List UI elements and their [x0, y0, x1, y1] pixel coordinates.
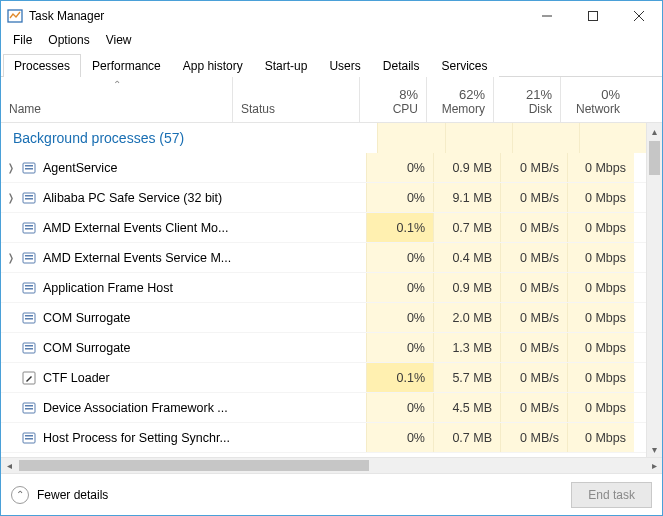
expand-icon[interactable]: ❯	[4, 162, 18, 173]
network-cell: 0 Mbps	[567, 333, 634, 362]
scroll-up-icon[interactable]: ▴	[647, 123, 662, 139]
service-icon	[21, 340, 37, 356]
footer: ⌃ Fewer details End task	[1, 473, 662, 515]
tab-services[interactable]: Services	[430, 54, 498, 77]
horizontal-scrollbar[interactable]: ◂ ▸	[1, 457, 662, 473]
network-cell: 0 Mbps	[567, 243, 634, 272]
column-name[interactable]: ⌃ Name	[1, 77, 233, 122]
scroll-left-icon[interactable]: ◂	[1, 458, 17, 473]
process-name: COM Surrogate	[43, 311, 239, 325]
table-row[interactable]: Device Association Framework ...0%4.5 MB…	[1, 393, 646, 423]
svg-rect-10	[25, 198, 33, 200]
minimize-button[interactable]	[524, 1, 570, 31]
network-cell: 0 Mbps	[567, 153, 634, 182]
tab-startup[interactable]: Start-up	[254, 54, 319, 77]
tab-processes[interactable]: Processes	[3, 54, 81, 77]
tab-app-history[interactable]: App history	[172, 54, 254, 77]
svg-rect-9	[25, 195, 33, 197]
sort-indicator-icon: ⌃	[113, 79, 121, 90]
service-icon	[21, 160, 37, 176]
svg-rect-24	[25, 345, 33, 347]
svg-rect-29	[25, 408, 33, 410]
svg-rect-12	[25, 225, 33, 227]
titlebar[interactable]: Task Manager	[1, 1, 662, 31]
process-name: AMD External Events Service M...	[43, 251, 239, 265]
expand-icon[interactable]: ❯	[4, 252, 18, 263]
scroll-down-icon[interactable]: ▾	[647, 441, 662, 457]
process-name: Application Frame Host	[43, 281, 239, 295]
column-network[interactable]: 0% Network	[561, 77, 628, 122]
column-header-row: ⌃ Name Status 8% CPU 62% Memory 21% Disk…	[1, 77, 662, 123]
table-row[interactable]: Host Process for Setting Synchr...0%0.7 …	[1, 423, 646, 453]
table-row[interactable]: ❯AgentService0%0.9 MB0 MB/s0 Mbps	[1, 153, 646, 183]
process-panel: ⌃ Name Status 8% CPU 62% Memory 21% Disk…	[1, 77, 662, 473]
process-name: Device Association Framework ...	[43, 401, 239, 415]
svg-rect-19	[25, 288, 33, 290]
tab-performance[interactable]: Performance	[81, 54, 172, 77]
process-name: Host Process for Setting Synchr...	[43, 431, 239, 445]
memory-cell: 0.7 MB	[433, 423, 500, 452]
table-row[interactable]: CTF Loader0.1%5.7 MB0 MB/s0 Mbps	[1, 363, 646, 393]
column-network-label: Network	[576, 102, 620, 116]
cpu-cell: 0%	[366, 273, 433, 302]
end-task-button[interactable]: End task	[571, 482, 652, 508]
group-background-processes[interactable]: Background processes (57)	[1, 123, 646, 153]
vertical-scrollbar[interactable]: ▴ ▾	[646, 123, 662, 457]
table-row[interactable]: AMD External Events Client Mo...0.1%0.7 …	[1, 213, 646, 243]
svg-rect-21	[25, 315, 33, 317]
menu-view[interactable]: View	[98, 31, 140, 49]
table-row[interactable]: ❯Alibaba PC Safe Service (32 bit)0%9.1 M…	[1, 183, 646, 213]
fewer-details-button[interactable]: ⌃ Fewer details	[11, 486, 108, 504]
table-row[interactable]: COM Surrogate0%2.0 MB0 MB/s0 Mbps	[1, 303, 646, 333]
tab-details[interactable]: Details	[372, 54, 431, 77]
maximize-button[interactable]	[570, 1, 616, 31]
cpu-cell: 0%	[366, 243, 433, 272]
scroll-right-icon[interactable]: ▸	[646, 458, 662, 473]
column-memory[interactable]: 62% Memory	[427, 77, 494, 122]
cpu-cell: 0%	[366, 153, 433, 182]
expand-icon[interactable]: ❯	[4, 192, 18, 203]
disk-cell: 0 MB/s	[500, 423, 567, 452]
process-list[interactable]: Background processes (57) ❯AgentService0…	[1, 123, 646, 457]
close-button[interactable]	[616, 1, 662, 31]
disk-cell: 0 MB/s	[500, 153, 567, 182]
svg-rect-7	[25, 168, 33, 170]
menu-options[interactable]: Options	[40, 31, 97, 49]
pen-icon	[21, 370, 37, 386]
service-icon	[21, 280, 37, 296]
cpu-cell: 0%	[366, 183, 433, 212]
column-disk[interactable]: 21% Disk	[494, 77, 561, 122]
table-row[interactable]: ❯AMD External Events Service M...0%0.4 M…	[1, 243, 646, 273]
network-cell: 0 Mbps	[567, 363, 634, 392]
tab-users[interactable]: Users	[318, 54, 371, 77]
network-usage-total: 0%	[601, 87, 620, 102]
table-row[interactable]: COM Surrogate0%1.3 MB0 MB/s0 Mbps	[1, 333, 646, 363]
network-cell: 0 Mbps	[567, 393, 634, 422]
disk-cell: 0 MB/s	[500, 273, 567, 302]
column-status-label: Status	[241, 102, 351, 116]
memory-cell: 1.3 MB	[433, 333, 500, 362]
svg-rect-32	[25, 438, 33, 440]
svg-rect-13	[25, 228, 33, 230]
svg-rect-15	[25, 255, 33, 257]
memory-cell: 0.9 MB	[433, 273, 500, 302]
disk-usage-total: 21%	[526, 87, 552, 102]
table-row[interactable]: Application Frame Host0%0.9 MB0 MB/s0 Mb…	[1, 273, 646, 303]
task-manager-icon	[7, 8, 23, 24]
network-cell: 0 Mbps	[567, 213, 634, 242]
memory-cell: 5.7 MB	[433, 363, 500, 392]
menu-file[interactable]: File	[5, 31, 40, 49]
scroll-thumb[interactable]	[19, 460, 369, 471]
svg-rect-2	[589, 12, 598, 21]
column-status[interactable]: Status	[233, 77, 360, 122]
cpu-usage-total: 8%	[399, 87, 418, 102]
column-cpu-label: CPU	[393, 102, 418, 116]
column-cpu[interactable]: 8% CPU	[360, 77, 427, 122]
disk-cell: 0 MB/s	[500, 213, 567, 242]
svg-rect-18	[25, 285, 33, 287]
column-name-label: Name	[9, 102, 224, 116]
scroll-thumb[interactable]	[649, 141, 660, 175]
process-name: COM Surrogate	[43, 341, 239, 355]
cpu-cell: 0%	[366, 333, 433, 362]
task-manager-window: Task Manager File Options View Processes…	[0, 0, 663, 516]
